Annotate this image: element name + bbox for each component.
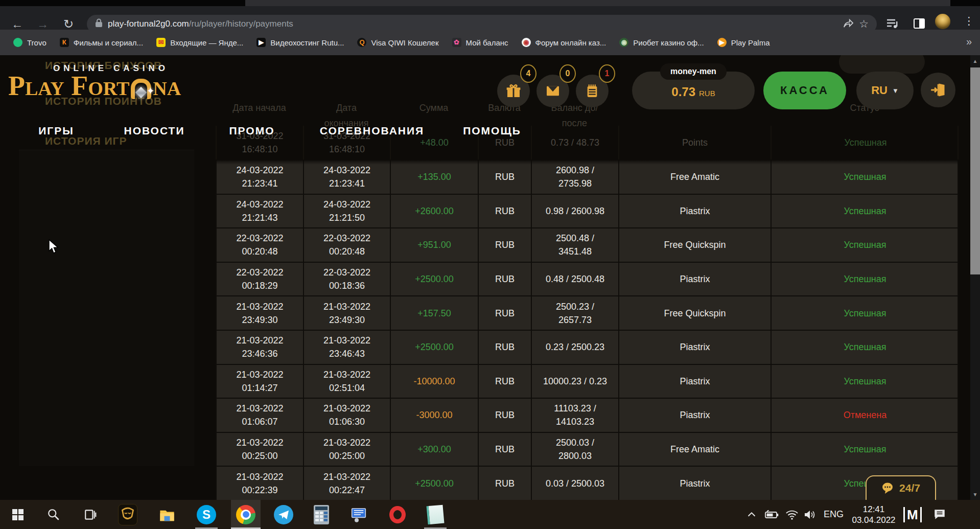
bookmark-star-icon[interactable]: ☆: [859, 19, 869, 29]
mask-app-icon: [118, 504, 137, 525]
currency-cell: RUB: [479, 296, 532, 330]
bookmark-item[interactable]: ◉Риобет казино оф...: [619, 38, 704, 47]
support-chat-widget[interactable]: 24/7: [866, 475, 936, 500]
table-row: 21-03-2022 00:22:3921-03-2022 00:22:47+2…: [217, 467, 958, 500]
end-date-cell: 22-03-2022 00:18:36: [304, 263, 391, 296]
chrome-button[interactable]: [231, 500, 261, 529]
bookmark-favicon: [13, 38, 22, 47]
calculator-button[interactable]: [307, 500, 336, 529]
amount-cell: +135.00: [391, 160, 479, 194]
keyboard-language[interactable]: ENG: [824, 500, 844, 529]
share-icon[interactable]: [843, 18, 854, 30]
logo-text-right: na: [153, 71, 181, 101]
scroll-down-icon[interactable]: ▼: [970, 489, 980, 500]
bookmark-favicon: ◉: [619, 38, 628, 47]
bookmarks-overflow-icon[interactable]: »: [966, 36, 972, 48]
bookmark-item[interactable]: Trovo: [13, 38, 46, 47]
action-center-button[interactable]: [933, 500, 946, 529]
scroll-up-icon[interactable]: ▲: [970, 55, 980, 66]
balance-cell: 0.03 / 2500.03: [532, 467, 619, 500]
nav-item-tournaments[interactable]: СОРЕВНОВАНИЯ: [320, 125, 424, 137]
dim-header-start-date: Дата начала: [216, 100, 303, 116]
bookmark-item[interactable]: ▶Play Palma: [717, 38, 770, 47]
status-cell: Успешная: [772, 126, 960, 159]
scrollbar-thumb[interactable]: [970, 67, 980, 274]
task-view-button[interactable]: [76, 500, 105, 529]
clock-time: 12:41: [852, 504, 895, 515]
dim-header-amount: Сумма: [390, 100, 478, 116]
profile-avatar[interactable]: [935, 14, 950, 29]
bookmark-item[interactable]: ▶Видеохостинг Rutu...: [256, 38, 344, 47]
mask-app-button[interactable]: [113, 500, 143, 529]
currency-cell: RUB: [479, 228, 532, 262]
amount-cell: +300.00: [391, 433, 479, 466]
bookmark-item[interactable]: КФильмы и сериал...: [60, 38, 143, 47]
search-icon: [47, 508, 60, 521]
table-row: 21-03-2022 23:46:3621-03-2022 23:46:43+2…: [217, 331, 958, 365]
windows-logo-icon: [12, 509, 24, 520]
bookmark-item[interactable]: QVisa QIWI Кошелек: [357, 38, 438, 47]
balance-amount: 0.73: [671, 85, 695, 99]
bookmark-item[interactable]: ✉Входящие — Янде...: [156, 38, 243, 47]
table-row: 21-03-2022 00:25:0021-03-2022 00:25:00+3…: [217, 433, 958, 467]
end-date-cell: 21-03-2022 23:49:30: [304, 296, 391, 330]
site-logo[interactable]: Play Fort✦na: [8, 70, 181, 102]
system-cell: Piastrix: [619, 331, 772, 364]
browser-menu-icon[interactable]: ⋮: [964, 15, 974, 27]
taskbar-search[interactable]: [39, 500, 68, 529]
tray-chevron[interactable]: [746, 500, 757, 529]
skype-icon: S: [197, 505, 216, 524]
wifi-indicator[interactable]: [785, 500, 799, 529]
bookmark-item[interactable]: ✿Мой баланс: [452, 38, 508, 47]
browser-tab-strip: [0, 0, 980, 6]
nav-item-promo[interactable]: ПРОМО: [229, 125, 275, 137]
nav-item-help[interactable]: ПОМОЩЬ: [463, 125, 521, 137]
table-row: 24-03-2022 21:21:4324-03-2022 21:21:50+2…: [217, 195, 958, 229]
bookmark-label: Входящие — Янде...: [170, 38, 243, 47]
notepad-button[interactable]: [421, 500, 450, 529]
bookmark-item[interactable]: ◉Форум онлайн каз...: [522, 38, 606, 47]
start-button[interactable]: [3, 500, 33, 529]
bookmark-favicon: ✿: [452, 38, 461, 47]
logout-button[interactable]: [921, 73, 955, 107]
opera-button[interactable]: [383, 500, 412, 529]
status-cell: Успешная: [772, 296, 959, 330]
balance-cell: 0.23 / 2500.23: [532, 331, 619, 364]
volume-indicator[interactable]: [803, 500, 816, 529]
chat-label: 24/7: [899, 482, 920, 494]
battery-indicator[interactable]: [764, 500, 780, 529]
skype-button[interactable]: S: [192, 500, 221, 529]
horseshoe-icon: ✦: [131, 79, 151, 99]
bookmark-label: Форум онлайн каз...: [535, 38, 606, 47]
remote-desktop-button[interactable]: [344, 500, 374, 529]
language-label: RU: [871, 84, 888, 97]
m-app-tray-icon[interactable]: M: [903, 500, 922, 529]
file-explorer-button[interactable]: [152, 500, 182, 529]
table-row: 24-03-2022 21:23:4124-03-2022 21:23:41+1…: [217, 160, 958, 195]
balance-currency: RUB: [699, 89, 715, 98]
url-path: /ru/player/history/payments: [189, 19, 293, 29]
taskbar-clock[interactable]: 12:4103.04.2022: [846, 500, 902, 529]
dim-sidebar-panel: [19, 150, 194, 466]
url-text[interactable]: play-fortunal2g0.com/ru/player/history/p…: [108, 19, 293, 29]
start-date-cell: 24-03-2022 21:21:43: [217, 195, 304, 228]
status-cell: Успешная: [772, 263, 959, 296]
bookmark-label: Play Palma: [731, 38, 770, 47]
start-date-cell: 21-03-2022 23:49:30: [217, 296, 304, 330]
nav-item-news[interactable]: НОВОСТИ: [124, 125, 184, 137]
chevron-up-icon: [746, 509, 757, 520]
telegram-icon: [274, 505, 293, 524]
balance-cell: 2500.48 / 3451.48: [532, 228, 619, 262]
telegram-button[interactable]: [269, 500, 298, 529]
currency-cell: RUB: [479, 263, 532, 296]
lock-icon: [95, 18, 103, 30]
sparkle-icon: ✦: [147, 75, 154, 107]
language-selector[interactable]: RU▼: [856, 72, 914, 109]
balance-cell: 0.48 / 2500.48: [532, 263, 619, 296]
events-badge: 1: [599, 64, 615, 83]
cashier-button[interactable]: КАССА: [763, 72, 846, 109]
nav-item-games[interactable]: ИГРЫ: [38, 125, 74, 137]
status-cell: Отменена: [772, 399, 959, 432]
system-cell: Points: [619, 126, 772, 159]
currency-cell: RUB: [479, 399, 532, 432]
